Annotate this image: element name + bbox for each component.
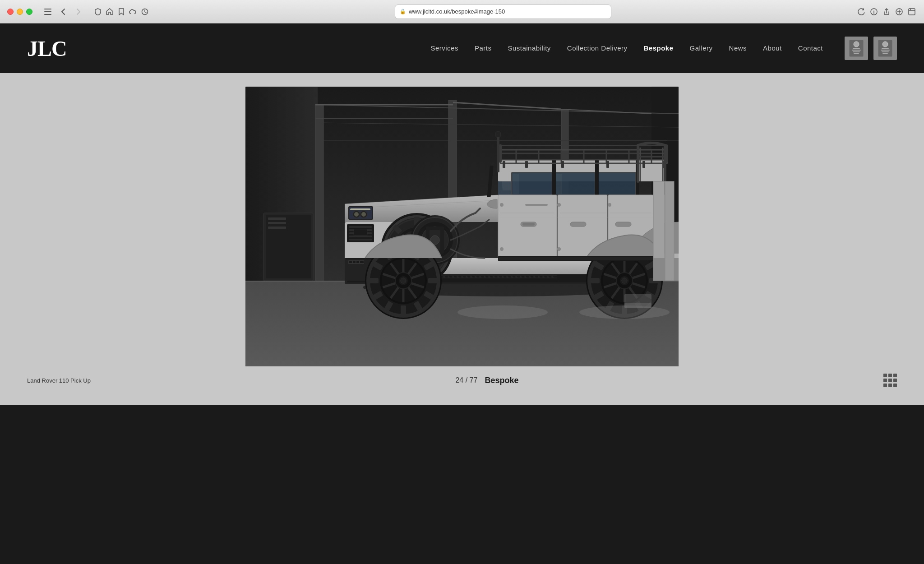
svg-rect-44 bbox=[268, 227, 286, 229]
address-bar-container: 🔒 www.jlcltd.co.uk/bespoke#image-150 bbox=[164, 5, 842, 19]
svg-point-263 bbox=[579, 305, 670, 319]
svg-rect-106 bbox=[353, 261, 356, 263]
back-button[interactable] bbox=[57, 5, 69, 18]
image-label: Land Rover 110 Pick Up bbox=[27, 377, 91, 384]
svg-rect-137 bbox=[615, 222, 631, 227]
svg-rect-261 bbox=[496, 132, 500, 137]
svg-point-130 bbox=[500, 203, 504, 207]
svg-rect-119 bbox=[513, 174, 519, 194]
maximize-button[interactable] bbox=[26, 9, 32, 15]
new-tab-icon[interactable] bbox=[894, 7, 904, 17]
svg-rect-228 bbox=[588, 278, 600, 283]
svg-rect-0 bbox=[44, 9, 51, 9]
nav-item-collection-delivery[interactable]: Collection Delivery bbox=[567, 44, 628, 52]
url-text: www.jlcltd.co.uk/bespoke#image-150 bbox=[409, 8, 505, 15]
svg-rect-152 bbox=[525, 161, 528, 168]
bookmark-icon[interactable] bbox=[116, 7, 126, 17]
svg-rect-22 bbox=[882, 53, 888, 54]
svg-rect-196 bbox=[428, 278, 439, 283]
grid-dot bbox=[893, 374, 897, 377]
address-bar[interactable]: 🔒 www.jlcltd.co.uk/bespoke#image-150 bbox=[395, 5, 611, 19]
svg-rect-108 bbox=[360, 261, 364, 263]
svg-rect-107 bbox=[356, 261, 359, 263]
tab-overview-icon[interactable] bbox=[907, 7, 917, 17]
gallery-image[interactable] bbox=[245, 87, 679, 366]
svg-rect-246 bbox=[349, 239, 372, 240]
nav-link-gallery[interactable]: Gallery bbox=[690, 44, 713, 52]
grid-dot bbox=[888, 384, 892, 387]
svg-rect-199 bbox=[401, 305, 406, 317]
grid-dot bbox=[893, 384, 897, 387]
svg-rect-259 bbox=[665, 181, 674, 281]
nav-item-news[interactable]: News bbox=[729, 44, 747, 52]
svg-rect-21 bbox=[882, 51, 889, 52]
cloud-icon[interactable] bbox=[128, 7, 138, 17]
lock-icon: 🔒 bbox=[400, 9, 406, 14]
history-icon[interactable] bbox=[140, 7, 150, 17]
nav-item-about[interactable]: About bbox=[763, 44, 782, 52]
svg-point-214 bbox=[401, 278, 406, 283]
svg-rect-43 bbox=[268, 222, 286, 224]
sidebar-toggle-button[interactable] bbox=[42, 5, 54, 18]
browser-navigation bbox=[42, 5, 85, 18]
nav-link-collection-delivery[interactable]: Collection Delivery bbox=[567, 44, 628, 52]
website: JLC Services Parts Sustainability Collec… bbox=[0, 23, 924, 564]
svg-rect-19 bbox=[882, 48, 889, 49]
browser-icon-group bbox=[93, 7, 150, 17]
page-total: 77 bbox=[470, 376, 478, 384]
nav-item-parts[interactable]: Parts bbox=[475, 44, 492, 52]
svg-rect-2 bbox=[44, 14, 51, 15]
svg-rect-154 bbox=[606, 161, 609, 168]
svg-rect-250 bbox=[350, 208, 370, 210]
svg-point-18 bbox=[882, 42, 888, 47]
nav-link-sustainability[interactable]: Sustainability bbox=[508, 44, 550, 52]
nav-item-bespoke[interactable]: Bespoke bbox=[644, 44, 674, 52]
nav-item-sustainability[interactable]: Sustainability bbox=[508, 44, 550, 52]
main-content: Land Rover 110 Pick Up 24 / 77 Bespoke bbox=[0, 73, 924, 405]
grid-dot bbox=[883, 384, 887, 387]
minimize-button[interactable] bbox=[17, 9, 23, 15]
svg-rect-20 bbox=[881, 50, 890, 51]
nav-item-contact[interactable]: Contact bbox=[798, 44, 823, 52]
grid-dot bbox=[888, 374, 892, 377]
svg-point-138 bbox=[608, 203, 611, 207]
security-icon[interactable] bbox=[93, 7, 103, 17]
svg-rect-202 bbox=[367, 278, 379, 283]
nav-logos bbox=[845, 37, 897, 60]
refresh-icon[interactable] bbox=[856, 7, 866, 17]
nav-item-gallery[interactable]: Gallery bbox=[690, 44, 713, 52]
svg-rect-133 bbox=[570, 222, 586, 227]
close-button[interactable] bbox=[7, 9, 14, 15]
svg-rect-256 bbox=[499, 257, 660, 260]
svg-point-134 bbox=[557, 203, 561, 207]
svg-rect-14 bbox=[852, 50, 861, 51]
svg-rect-155 bbox=[642, 161, 645, 168]
svg-rect-105 bbox=[349, 261, 352, 263]
page-separator: / bbox=[466, 376, 470, 384]
nav-link-news[interactable]: News bbox=[729, 44, 747, 52]
grid-dot bbox=[893, 379, 897, 382]
svg-rect-242 bbox=[349, 226, 372, 228]
nav-link-services[interactable]: Services bbox=[430, 44, 458, 52]
svg-rect-127 bbox=[525, 204, 548, 206]
home-icon[interactable] bbox=[105, 7, 115, 17]
svg-rect-27 bbox=[315, 105, 323, 285]
nav-link-about[interactable]: About bbox=[763, 44, 782, 52]
gallery-container bbox=[245, 87, 679, 366]
nav-item-services[interactable]: Services bbox=[430, 44, 458, 52]
share-icon[interactable] bbox=[882, 7, 892, 17]
svg-rect-151 bbox=[503, 161, 505, 168]
nav-link-contact[interactable]: Contact bbox=[798, 44, 823, 52]
svg-point-240 bbox=[622, 278, 627, 283]
svg-point-262 bbox=[457, 305, 548, 319]
grid-view-icon[interactable] bbox=[883, 374, 897, 387]
site-logo[interactable]: JLC bbox=[27, 36, 67, 61]
forward-button[interactable] bbox=[72, 5, 85, 18]
footer-right[interactable] bbox=[883, 374, 897, 387]
grid-dot bbox=[883, 374, 887, 377]
svg-point-135 bbox=[557, 247, 561, 251]
svg-rect-260 bbox=[497, 132, 499, 172]
info-icon[interactable] bbox=[869, 7, 879, 17]
nav-link-parts[interactable]: Parts bbox=[475, 44, 492, 52]
nav-link-bespoke[interactable]: Bespoke bbox=[644, 44, 674, 52]
